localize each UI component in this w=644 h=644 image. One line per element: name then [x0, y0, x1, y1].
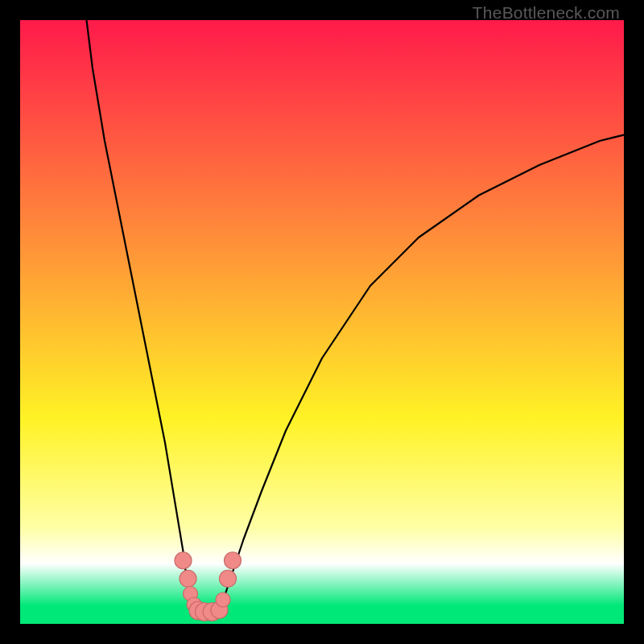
curve-layer — [20, 20, 624, 624]
plot-area — [20, 20, 624, 624]
marker-dot — [225, 552, 242, 569]
marker-dot — [180, 570, 196, 587]
series-right-branch — [220, 135, 625, 613]
curve-paths — [87, 20, 625, 612]
chart-canvas: TheBottleneck.com — [0, 0, 644, 644]
watermark-text: TheBottleneck.com — [473, 3, 620, 23]
marker-dot — [175, 552, 192, 569]
marker-dot — [220, 570, 237, 587]
series-left-branch — [87, 20, 196, 612]
marker-dot — [216, 592, 230, 607]
marker-dots — [175, 552, 242, 621]
